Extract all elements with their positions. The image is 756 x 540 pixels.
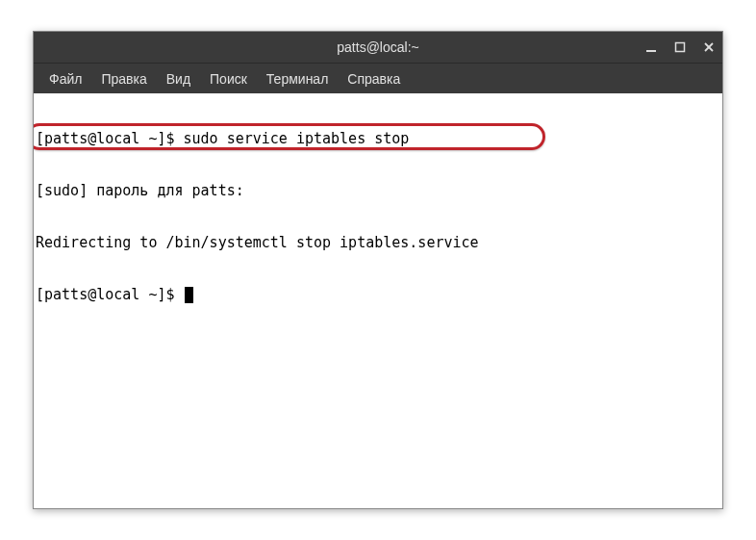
prompt-text: [patts@local ~]$ <box>36 286 184 303</box>
svg-rect-0 <box>646 50 656 52</box>
menu-search[interactable]: Поиск <box>200 67 257 90</box>
svg-rect-1 <box>676 43 685 52</box>
terminal-line: [patts@local ~]$ <box>36 286 722 303</box>
terminal-line: [sudo] пароль для patts: <box>36 182 722 199</box>
minimize-button[interactable] <box>643 39 659 55</box>
maximize-icon <box>674 41 686 53</box>
terminal-content: [patts@local ~]$ sudo service iptables s… <box>34 93 722 338</box>
maximize-button[interactable] <box>672 39 688 55</box>
menu-terminal[interactable]: Терминал <box>257 67 338 90</box>
window-controls <box>643 39 717 55</box>
menu-view[interactable]: Вид <box>157 67 200 90</box>
terminal-window: patts@local:~ Файл Правка Вид <box>33 31 723 509</box>
terminal-line: [patts@local ~]$ sudo service iptables s… <box>36 130 722 147</box>
titlebar: patts@local:~ <box>34 32 722 63</box>
cursor <box>185 287 193 303</box>
terminal-line: Redirecting to /bin/systemctl stop iptab… <box>36 234 722 251</box>
menu-help[interactable]: Справка <box>338 67 410 90</box>
close-icon <box>703 41 715 53</box>
terminal-area[interactable]: [patts@local ~]$ sudo service iptables s… <box>34 93 722 508</box>
minimize-icon <box>645 41 657 53</box>
menubar: Файл Правка Вид Поиск Терминал Справка <box>34 63 722 93</box>
menu-file[interactable]: Файл <box>39 67 91 90</box>
window-title: patts@local:~ <box>337 39 418 55</box>
close-button[interactable] <box>701 39 717 55</box>
menu-edit[interactable]: Правка <box>91 67 156 90</box>
